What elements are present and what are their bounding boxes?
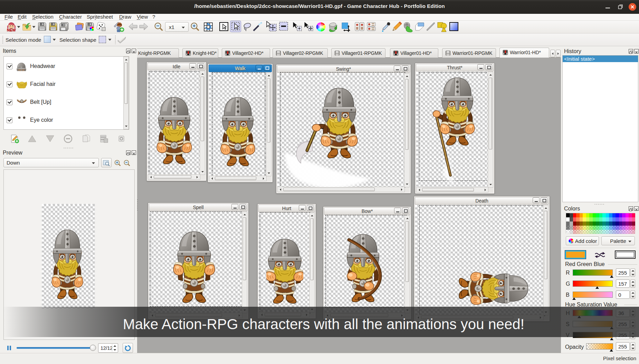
svg-text:NEW: NEW xyxy=(7,28,16,32)
